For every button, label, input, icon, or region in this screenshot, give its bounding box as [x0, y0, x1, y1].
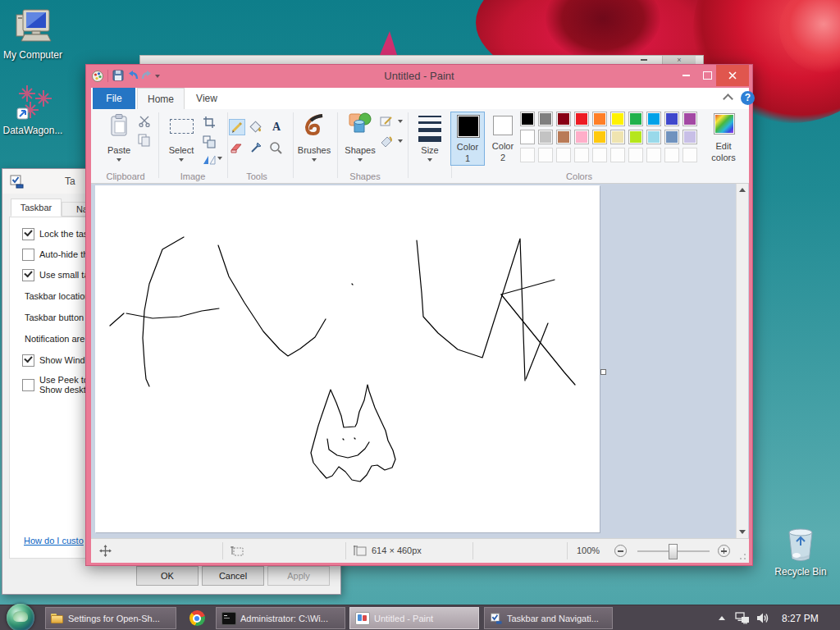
desktop-icon-datawagon[interactable]: DataWagon...	[0, 82, 68, 136]
paint-content: File Home View ?	[91, 88, 749, 562]
palette-color-swatch[interactable]	[646, 130, 661, 144]
palette-color-swatch[interactable]	[610, 112, 625, 126]
checkbox-icon[interactable]	[22, 354, 34, 367]
color1-button[interactable]: Color 1	[450, 112, 485, 166]
show-hidden-icons[interactable]	[719, 616, 725, 620]
start-button[interactable]	[7, 604, 34, 630]
tab-view[interactable]: View	[186, 88, 227, 109]
paste-button[interactable]: Paste	[101, 112, 137, 167]
palette-empty-slot[interactable]	[646, 148, 661, 162]
scroll-down-icon[interactable]	[739, 530, 746, 534]
taskbar-button-cmd[interactable]: Administrator: C:\Wi...	[216, 607, 345, 629]
color2-button[interactable]: Color 2	[488, 112, 518, 166]
palette-empty-slot[interactable]	[610, 148, 625, 162]
ribbon-collapse-icon[interactable]	[724, 95, 731, 102]
rotate-icon[interactable]	[203, 153, 216, 168]
dialog-checkbox-row[interactable]: Auto-hide th	[22, 248, 88, 261]
select-button[interactable]: Select	[163, 112, 199, 167]
zoom-in-button[interactable]	[718, 545, 730, 557]
background-window-minimize-icon[interactable]	[641, 59, 647, 61]
paint-workspace[interactable]	[91, 184, 749, 538]
shapes-button[interactable]: Shapes	[342, 112, 378, 167]
tab-file[interactable]: File	[93, 88, 135, 109]
palette-color-swatch[interactable]	[574, 130, 589, 144]
palette-empty-slot[interactable]	[592, 148, 607, 162]
dialog-checkbox-row[interactable]: Use Peek toShow deskto	[22, 374, 91, 395]
palette-color-swatch[interactable]	[520, 112, 535, 126]
shape-fill-icon[interactable]	[380, 135, 395, 150]
text-tool[interactable]: A	[268, 119, 285, 135]
tab-home[interactable]: Home	[137, 88, 185, 109]
checkbox-icon[interactable]	[22, 249, 34, 261]
resize-icon[interactable]	[203, 135, 216, 152]
palette-color-swatch[interactable]	[628, 130, 643, 144]
palette-empty-slot[interactable]	[538, 148, 553, 162]
help-link[interactable]: How do I custo	[24, 536, 84, 546]
palette-color-swatch[interactable]	[592, 130, 607, 144]
network-icon[interactable]	[735, 612, 750, 624]
palette-color-swatch[interactable]	[664, 112, 679, 126]
cancel-button[interactable]: Cancel	[202, 566, 264, 586]
palette-color-swatch[interactable]	[520, 130, 535, 144]
cut-icon[interactable]	[138, 116, 151, 130]
resize-grip-icon[interactable]	[739, 553, 746, 560]
ok-button[interactable]: OK	[136, 566, 199, 586]
taskbar-button-settings[interactable]: Settings for Open-Sh...	[45, 607, 176, 629]
apply-button[interactable]: Apply	[267, 566, 330, 586]
vertical-scrollbar[interactable]	[736, 184, 748, 538]
palette-color-swatch[interactable]	[538, 112, 553, 126]
size-button[interactable]: Size	[413, 112, 447, 167]
taskbar-button-chrome[interactable]	[182, 607, 212, 629]
copy-icon[interactable]	[138, 134, 151, 150]
dialog-checkbox-row[interactable]: Show Windo	[22, 354, 90, 367]
palette-empty-slot[interactable]	[520, 148, 535, 162]
folder-icon	[51, 613, 64, 624]
palette-color-swatch[interactable]	[538, 130, 553, 144]
maximize-button[interactable]	[696, 65, 718, 86]
volume-icon[interactable]	[756, 612, 770, 624]
taskbar-button-label: Settings for Open-Sh...	[68, 614, 160, 623]
palette-empty-slot[interactable]	[682, 148, 697, 162]
taskbar-button-taskbar-settings[interactable]: Taskbar and Navigati...	[484, 607, 613, 629]
zoom-out-button[interactable]	[614, 545, 627, 557]
palette-empty-slot[interactable]	[574, 148, 589, 162]
fill-tool[interactable]	[249, 119, 265, 135]
crop-icon[interactable]	[203, 116, 216, 132]
palette-color-swatch[interactable]	[592, 112, 607, 126]
palette-color-swatch[interactable]	[664, 130, 679, 144]
magnifier-tool[interactable]	[268, 140, 285, 157]
checkbox-icon[interactable]	[22, 379, 34, 391]
brushes-button[interactable]: Brushes	[294, 112, 334, 167]
canvas-resize-handle[interactable]	[600, 369, 606, 375]
palette-empty-slot[interactable]	[628, 148, 643, 162]
palette-empty-slot[interactable]	[664, 148, 679, 162]
shape-outline-icon[interactable]	[380, 116, 395, 130]
palette-color-swatch[interactable]	[682, 112, 697, 126]
palette-color-swatch[interactable]	[574, 112, 589, 126]
palette-color-swatch[interactable]	[610, 130, 625, 144]
palette-color-swatch[interactable]	[646, 112, 661, 126]
pencil-tool[interactable]	[229, 119, 245, 135]
zoom-slider-thumb[interactable]	[669, 544, 678, 559]
checkbox-icon[interactable]	[22, 269, 34, 281]
desktop-icon-my-computer[interactable]: My Computer	[0, 7, 68, 61]
palette-empty-slot[interactable]	[556, 148, 571, 162]
palette-color-swatch[interactable]	[556, 112, 571, 126]
palette-color-swatch[interactable]	[682, 130, 697, 144]
color-picker-tool[interactable]	[249, 140, 265, 157]
taskbar-button-paint[interactable]: Untitled - Paint	[349, 607, 479, 629]
eraser-tool[interactable]	[229, 140, 245, 157]
scroll-up-icon[interactable]	[739, 188, 746, 192]
checkbox-icon[interactable]	[22, 228, 34, 240]
tab-taskbar[interactable]: Taskbar	[11, 199, 62, 217]
desktop-icon-recycle-bin[interactable]: Recycle Bin	[765, 523, 836, 578]
paint-titlebar[interactable]: Untitled - Paint	[86, 65, 752, 88]
help-icon[interactable]: ?	[741, 91, 755, 105]
dialog-checkbox-row[interactable]: Lock the tas	[22, 227, 88, 240]
minimize-button[interactable]	[675, 65, 696, 86]
close-button[interactable]	[716, 65, 749, 86]
dialog-checkbox-row[interactable]: Use small ta	[22, 268, 89, 281]
palette-color-swatch[interactable]	[628, 112, 643, 126]
palette-color-swatch[interactable]	[556, 130, 571, 144]
paint-canvas[interactable]	[95, 185, 600, 532]
